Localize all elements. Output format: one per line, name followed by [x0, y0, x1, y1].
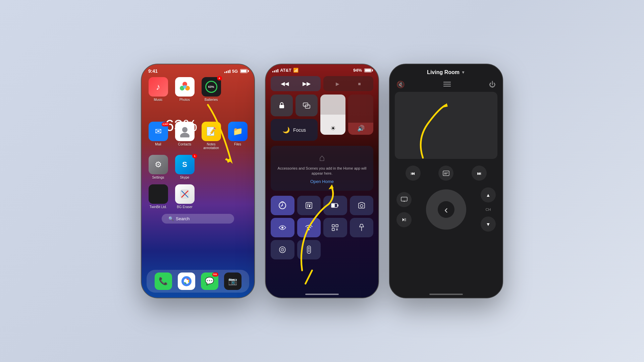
- cc-qr-btn[interactable]: [323, 218, 347, 237]
- svg-point-26: [281, 227, 283, 229]
- signal-icon: [224, 69, 230, 73]
- ch-down-icon: ▼: [486, 222, 491, 227]
- app-icon-notes[interactable]: 📝 Notes annotation: [200, 122, 223, 150]
- app-icon-music[interactable]: ♪ Music: [147, 77, 170, 102]
- cc-battery-icon: [364, 68, 372, 72]
- cc-eye-icon: [278, 225, 286, 230]
- d-pad[interactable]: ‹: [426, 189, 466, 230]
- phone3-tv-remote: Living Room ▼ 🔇 ⏻ ⏮ 10: [389, 64, 503, 298]
- svg-rect-32: [337, 229, 338, 229]
- app-grid-row3: ⚙ Settings S 1 Skype: [142, 153, 254, 183]
- mute-icon[interactable]: 🔇: [396, 80, 405, 88]
- cc-wifi-icon: 📶: [293, 68, 299, 73]
- svg-point-3: [183, 85, 186, 88]
- contacts-person-icon: [179, 125, 191, 137]
- playpause-btn[interactable]: ⏯: [396, 212, 412, 227]
- menu-list-icon[interactable]: [443, 81, 451, 88]
- cc-clock-btn[interactable]: [271, 196, 294, 215]
- cc-play-icon[interactable]: ▶: [336, 81, 339, 86]
- contacts-icon-img: [175, 122, 195, 141]
- app-icon-files[interactable]: 📁 Files: [226, 122, 249, 150]
- cc-home-section: ⌂ Accessories and Scenes you add in the …: [271, 146, 373, 191]
- power-icon[interactable]: ⏻: [489, 81, 496, 88]
- files-label: Files: [234, 142, 241, 146]
- skip-forward-btn[interactable]: ⏭ 10: [472, 166, 487, 181]
- cc-calculator-btn[interactable]: [297, 196, 321, 215]
- svg-rect-21: [309, 205, 310, 207]
- focus-label: Focus: [293, 127, 306, 133]
- svg-rect-29: [336, 225, 338, 227]
- cc-wifi-btn[interactable]: [297, 218, 321, 237]
- photos-label: Photos: [179, 98, 190, 102]
- photos-flower-icon: [179, 81, 191, 93]
- search-bar[interactable]: 🔍 Search: [162, 214, 234, 224]
- dock-messages[interactable]: 💬 931: [201, 273, 218, 290]
- cc-eye-btn[interactable]: [271, 218, 294, 237]
- dock-chrome[interactable]: [178, 273, 195, 290]
- dock-camera[interactable]: 📷: [224, 273, 241, 290]
- tv-title-section[interactable]: Living Room ▼: [427, 69, 465, 75]
- cc-camera-btn[interactable]: [350, 196, 374, 215]
- messages-badge: 931: [212, 273, 218, 277]
- cc-music-next[interactable]: ▶▶: [303, 80, 311, 87]
- phone-app-icon: 📞: [155, 273, 172, 290]
- tv-transport-controls: ⏮ 10 ⏭ 10: [390, 161, 502, 186]
- subtitle-btn[interactable]: [438, 166, 453, 181]
- cc-torch-btn[interactable]: [350, 218, 374, 237]
- status-right: 5G: [224, 69, 248, 74]
- moon-icon: 🌙: [282, 126, 290, 134]
- app-icon-skype[interactable]: S 1 Skype: [173, 155, 196, 179]
- svg-point-5: [180, 133, 190, 137]
- svg-point-18: [310, 203, 311, 204]
- app-icon-twinbit[interactable]: TwinBit Ltd.: [147, 184, 170, 209]
- cc-volume-slider[interactable]: 🔊: [348, 95, 373, 135]
- cc-stop-icon[interactable]: ■: [358, 81, 361, 86]
- app-icon-bgeraser[interactable]: BG Eraser: [173, 184, 196, 209]
- cc-music-widget[interactable]: ◀◀ ▶▶: [271, 76, 321, 91]
- app-icon-contacts[interactable]: Contacts: [173, 122, 196, 150]
- chrome-logo-icon: [181, 276, 192, 287]
- app-icon-photos[interactable]: Photos: [173, 77, 196, 102]
- cc-media-controls[interactable]: ▶ ■: [323, 76, 373, 91]
- cc-brightness-slider[interactable]: ☀: [320, 95, 345, 135]
- app-icon-empty1: [226, 77, 249, 102]
- cc-battery-icon: [331, 203, 339, 208]
- cc-connectivity-tile[interactable]: [271, 95, 293, 116]
- twinbit-icon-img: [149, 184, 168, 204]
- screen-btn[interactable]: [396, 192, 412, 207]
- app-icon-settings[interactable]: ⚙ Settings: [147, 155, 170, 179]
- battery-widget: 63% 4: [202, 77, 221, 97]
- cc-dot-btn1[interactable]: [271, 240, 294, 259]
- app-icon-mail[interactable]: ✉ 2,007 Mail: [147, 122, 170, 150]
- cc-music-prev[interactable]: ◀◀: [281, 80, 289, 87]
- cc-home-indicator: [305, 294, 339, 295]
- cc-screen-mirror-tile[interactable]: [296, 95, 318, 116]
- svg-point-16: [307, 203, 308, 204]
- cc-remote-btn[interactable]: [297, 240, 321, 259]
- app-icon-batteries[interactable]: 63% 4 Batteries: [200, 77, 223, 102]
- phone1-home-screen: 9:41 5G ♪ Music: [141, 64, 255, 298]
- svg-point-17: [308, 203, 309, 204]
- settings-icon-img: ⚙: [149, 155, 168, 174]
- photos-icon-img: [175, 77, 195, 97]
- network-type: 5G: [232, 69, 238, 74]
- svg-point-25: [360, 204, 363, 207]
- mail-label: Mail: [155, 142, 161, 146]
- cc-battery-btn[interactable]: [323, 196, 347, 215]
- svg-point-20: [307, 206, 308, 207]
- cc-connectivity-icon: [305, 224, 313, 231]
- svg-rect-31: [336, 229, 337, 229]
- open-home-link[interactable]: Open Home: [310, 179, 334, 184]
- cc-carrier: AT&T: [280, 68, 291, 73]
- cc-signal-icon: [272, 68, 278, 72]
- app-grid-row4: TwinBit Ltd. BG Eraser: [142, 183, 254, 212]
- cc-lock-icon: [278, 102, 285, 109]
- home-icon: ⌂: [319, 153, 325, 163]
- app-grid-row1: ♪ Music Photos 63% 4: [142, 75, 254, 105]
- ch-up-btn[interactable]: ▲: [481, 187, 496, 202]
- skip-back-btn[interactable]: ⏮ 10: [406, 166, 421, 181]
- cc-focus-tile[interactable]: 🌙 Focus: [271, 119, 318, 141]
- back-arrow-icon: ‹: [444, 203, 448, 216]
- ch-down-btn[interactable]: ▼: [481, 217, 496, 232]
- dock-phone[interactable]: 📞: [155, 273, 172, 290]
